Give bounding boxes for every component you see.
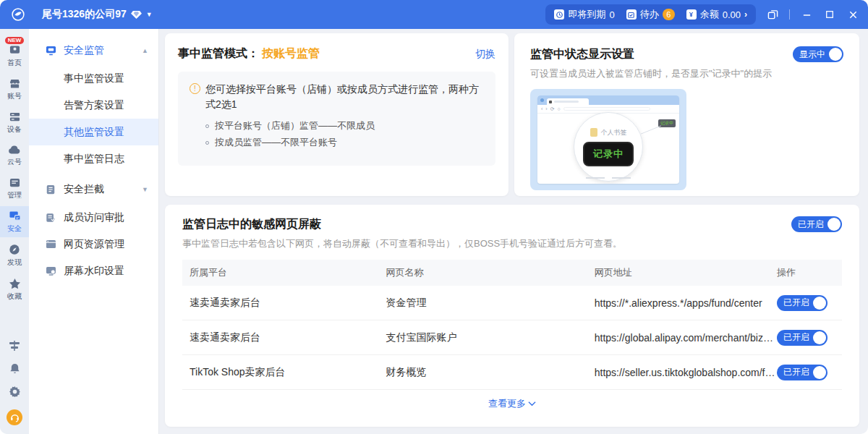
chevron-up-icon: ▲ xyxy=(142,47,148,54)
row-toggle[interactable]: 已开启 xyxy=(777,330,827,346)
sidebar-item-inprocess-settings[interactable]: 事中监管设置 xyxy=(29,65,158,92)
info-warning-icon: ! xyxy=(190,83,200,94)
blocked-pages-table: 所属平台 网页名称 网页地址 操作 速卖通卖家后台 资金管理 https://*… xyxy=(182,260,842,421)
toggle-knob xyxy=(813,366,826,379)
cloud-icon xyxy=(8,145,21,155)
cell-url: https://*.aliexpress.*/apps/fund/center xyxy=(593,297,775,309)
rail-item-cloud[interactable]: 云号 xyxy=(0,140,29,171)
col-action: 操作 xyxy=(775,260,842,286)
view-more-link[interactable]: 查看更多 xyxy=(182,390,842,417)
status-card-desc: 可设置当成员进入被监管店铺时，是否显示"记录中"的提示 xyxy=(530,67,843,80)
new-badge: NEW xyxy=(5,37,25,44)
rail-item-home[interactable]: NEW 首页 xyxy=(0,33,29,72)
divider xyxy=(789,9,790,20)
sidebar-item-member-approval[interactable]: 成员访问审批 xyxy=(29,204,158,231)
home-icon xyxy=(9,45,21,56)
window-controls xyxy=(766,8,859,21)
status-display-card: 监管中状态显示设置 显示中 可设置当成员进入被监管店铺时，是否显示"记录中"的提… xyxy=(514,33,859,196)
tip-bullet-2: 按成员监管——不限平台账号 xyxy=(190,135,484,151)
bullet-dot-icon xyxy=(205,141,209,145)
col-url: 网页地址 xyxy=(593,260,775,286)
balance-value: 0.00 xyxy=(723,9,741,20)
block-card-desc: 事中监管日志中若包含以下网页，将自动屏蔽（不可查看和导出），仅BOSS手机号验证… xyxy=(182,237,842,250)
supervision-monitor-icon xyxy=(45,45,56,56)
rail-bottom-icons xyxy=(7,341,22,434)
sidebar-item-alert-plan[interactable]: 告警方案设置 xyxy=(29,92,158,119)
browser-mockup: ‹›⟳○ 记录中 个人书签 记录中 xyxy=(537,95,679,184)
rail-item-discover[interactable]: 发现 xyxy=(0,239,29,271)
rail-item-devices[interactable]: 设备 xyxy=(0,107,29,138)
balance-stat[interactable]: 余额 0.00 › xyxy=(686,8,747,21)
todo-count-badge: 6 xyxy=(663,9,675,20)
cell-platform: TikTok Shop卖家后台 xyxy=(182,366,384,379)
rail-item-accounts[interactable]: 账号 xyxy=(0,74,29,105)
sidebar: 安全监管 ▲ 事中监管设置 告警方案设置 其他监管设置 事中监管日志 安全拦截 … xyxy=(29,29,159,434)
sidebar-group-security-supervision[interactable]: 安全监管 ▲ xyxy=(29,36,158,65)
sidebar-item-other-settings[interactable]: 其他监管设置 xyxy=(29,119,158,145)
app-logo-icon xyxy=(10,7,26,22)
quick-settings-icon[interactable] xyxy=(9,341,20,354)
toggle-knob xyxy=(829,48,842,61)
minimize-button[interactable] xyxy=(800,8,813,21)
storefront-icon xyxy=(9,78,21,89)
security-monitor-icon xyxy=(9,210,21,221)
toggle-knob xyxy=(827,218,841,231)
close-button[interactable] xyxy=(846,8,859,21)
sidebar-item-web-resources[interactable]: 网页资源管理 xyxy=(29,231,158,258)
star-icon xyxy=(9,278,21,289)
balance-label: 余额 xyxy=(700,8,719,21)
account-stats-pill: 即将到期 0 待办 6 余额 0.00 › xyxy=(545,4,756,25)
row-toggle[interactable]: 已开启 xyxy=(777,295,827,311)
magnifier-pointer xyxy=(641,125,661,134)
compass-icon xyxy=(9,244,20,255)
rail-item-security[interactable]: 安全 xyxy=(0,206,29,237)
expiring-stat[interactable]: 即将到期 0 xyxy=(554,8,614,21)
sidebar-item-supervision-logs[interactable]: 事中监管日志 xyxy=(29,145,158,172)
clock-icon xyxy=(554,9,564,20)
cell-page-name: 支付宝国际账户 xyxy=(384,331,592,344)
company-switcher[interactable]: 尾号1326的公司97 ▼ xyxy=(42,8,153,21)
rail-item-favorites[interactable]: 收藏 xyxy=(0,273,29,305)
todo-stat[interactable]: 待办 6 xyxy=(626,8,675,21)
multi-window-icon[interactable] xyxy=(766,8,779,21)
table-row: 速卖通卖家后台 支付宝国际账户 https://global.alipay.co… xyxy=(182,320,842,355)
group-label: 安全监管 xyxy=(64,44,104,57)
table-header: 所属平台 网页名称 网页地址 操作 xyxy=(182,260,842,286)
settings-gear-icon[interactable] xyxy=(9,386,20,400)
col-platform: 所属平台 xyxy=(182,260,384,286)
chevron-down-icon xyxy=(528,401,536,407)
block-master-toggle[interactable]: 已开启 xyxy=(791,216,842,232)
status-display-toggle[interactable]: 显示中 xyxy=(793,46,843,62)
bookmark-label: 个人书签 xyxy=(601,128,627,137)
notifications-bell-icon[interactable] xyxy=(9,363,20,377)
col-page-name: 网页名称 xyxy=(384,260,592,286)
titlebar: 尾号1326的公司97 ▼ 即将到期 0 待办 xyxy=(0,0,868,29)
wallet-icon xyxy=(686,9,697,20)
expiring-value: 0 xyxy=(609,9,614,20)
recording-pill: 记录中 xyxy=(583,142,634,166)
cell-platform: 速卖通卖家后台 xyxy=(182,297,384,310)
switch-mode-link[interactable]: 切换 xyxy=(475,48,495,61)
company-title: 尾号1326的公司97 xyxy=(42,8,127,21)
maximize-button[interactable] xyxy=(823,8,836,21)
tip-bullet-1: 按平台账号（店铺）监管——不限成员 xyxy=(190,118,484,135)
todo-label: 待办 xyxy=(640,8,659,21)
mode-value: 按账号监管 xyxy=(262,46,320,61)
expiring-label: 即将到期 xyxy=(568,8,605,21)
toggle-knob xyxy=(813,297,826,310)
web-resources-icon xyxy=(45,239,56,250)
row-toggle[interactable]: 已开启 xyxy=(777,365,827,380)
tip-title-text: 您可选择按平台账号（店铺）或按成员方式进行监管，两种方式2选1 xyxy=(205,82,484,112)
titlebar-right: 即将到期 0 待办 6 余额 0.00 › xyxy=(545,4,859,25)
watermark-screen-icon xyxy=(45,265,56,277)
sidebar-item-screen-watermark[interactable]: 屏幕水印设置 xyxy=(29,258,158,284)
sidebar-group-security-block[interactable]: 安全拦截 ▼ xyxy=(29,175,158,204)
cell-url: https://seller.us.tiktokglobalshop.com/f… xyxy=(593,367,775,378)
support-headset-icon[interactable] xyxy=(7,409,22,425)
chevron-down-icon: ▼ xyxy=(142,186,148,193)
status-illustration: ‹›⟳○ 记录中 个人书签 记录中 xyxy=(530,89,686,190)
cell-page-name: 财务概览 xyxy=(384,366,592,379)
mode-tip-box: ! 您可选择按平台账号（店铺）或按成员方式进行监管，两种方式2选1 按平台账号（… xyxy=(178,72,495,166)
toggle-knob xyxy=(813,331,826,344)
rail-item-manage[interactable]: 管理 xyxy=(0,173,29,204)
